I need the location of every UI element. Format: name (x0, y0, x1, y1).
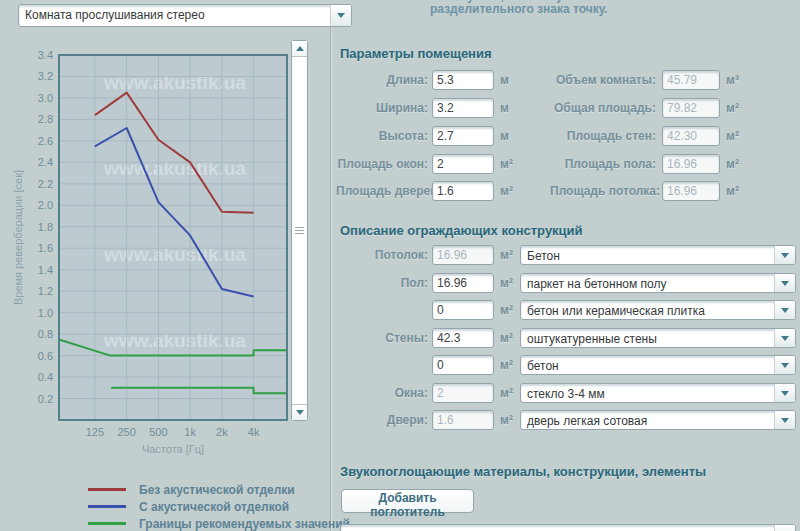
unit-label: м² (500, 154, 513, 174)
svg-text:2k: 2k (216, 426, 228, 438)
section-heading-constructions: Описание ограждающих конструкций (340, 223, 583, 238)
field-label: Площадь потолка: (550, 181, 656, 201)
doors-area-field (432, 410, 494, 430)
walls2-material-select[interactable]: бетон (520, 355, 796, 375)
material-value: стекло 3-4 мм (521, 384, 774, 402)
legend-item: С акустической отделкой (88, 498, 350, 515)
svg-text:2.2: 2.2 (38, 178, 53, 190)
svg-text:4k: 4k (248, 426, 260, 438)
unit-label: м² (500, 355, 513, 375)
construction-row: Окна: м² стекло 3-4 мм (336, 383, 796, 403)
chevron-down-icon (781, 363, 789, 368)
room-preset-select[interactable]: Комната прослушивания стерео (18, 4, 352, 27)
field-label: Стены: (336, 328, 428, 348)
field-label: Объем комнаты: (550, 70, 656, 90)
walls2-area-field[interactable] (432, 355, 494, 375)
ceiling-area-output (662, 181, 720, 201)
total-area-output (662, 98, 720, 118)
floor2-material-select[interactable]: бетон или керамическая плитка (520, 300, 796, 320)
scroll-down-button[interactable] (292, 404, 307, 420)
svg-text:www.akustik.ua: www.akustik.ua (103, 72, 246, 93)
legend-swatch (88, 505, 126, 508)
unit-label: м² (500, 410, 513, 430)
dropdown-button[interactable] (774, 384, 795, 402)
field-label: Окна: (336, 383, 428, 403)
field-label: Потолок: (336, 245, 428, 265)
field-label: Высота: (336, 126, 428, 146)
reverb-chart: www.akustik.uawww.akustik.uawww.akustik.… (8, 42, 310, 470)
unit-label: м² (726, 181, 739, 201)
construction-row: Потолок: м² Бетон (336, 245, 796, 265)
dropdown-button[interactable] (774, 246, 795, 264)
width-input[interactable] (432, 98, 494, 118)
scroll-up-button[interactable] (292, 41, 307, 57)
windows-material-select[interactable]: стекло 3-4 мм (520, 383, 796, 403)
field-label: Общая площадь: (550, 98, 656, 118)
field-label: Площадь пола: (550, 154, 656, 174)
windows-area-input[interactable] (432, 154, 494, 174)
legend-label: Границы рекомендуемых значений (139, 517, 350, 531)
section-heading-absorbers: Звукопоглощающие материалы, конструкции,… (340, 464, 706, 479)
unit-label: м² (500, 245, 513, 265)
thumb-grip-icon (295, 227, 304, 235)
dropdown-button[interactable] (774, 329, 795, 347)
height-input[interactable] (432, 126, 494, 146)
dropdown-button[interactable] (774, 274, 795, 292)
unit-label: м³ (726, 70, 739, 90)
material-value: паркет на бетонном полу (521, 274, 774, 292)
field-label: Длина: (336, 70, 428, 90)
svg-text:2.8: 2.8 (38, 113, 53, 125)
svg-text:250: 250 (117, 426, 135, 438)
ceiling-material-select[interactable]: Бетон (520, 245, 796, 265)
unit-label: м² (726, 98, 739, 118)
unit-label: м (500, 98, 509, 118)
absorber-value (341, 525, 774, 531)
ceiling-area-field (432, 245, 494, 265)
decimal-separator-note: пожалуйста, используйте в качестве разде… (430, 0, 760, 16)
chart-legend: Без акустической отделки С акустической … (88, 481, 350, 531)
param-row: Площадь окон: м² Площадь пола: м² (336, 154, 796, 174)
param-row: Ширина: м Общая площадь: м² (336, 98, 796, 118)
unit-label: м² (500, 273, 513, 293)
absorber-select-clipped[interactable] (340, 524, 796, 531)
chevron-down-icon (781, 418, 789, 423)
doors-area-input[interactable] (432, 181, 494, 201)
floor2-area-field[interactable] (432, 300, 494, 320)
room-volume-output (662, 70, 720, 90)
dropdown-button[interactable] (774, 301, 795, 319)
construction-row: м² бетон или керамическая плитка (336, 300, 796, 320)
walls-area-field[interactable] (432, 328, 494, 348)
room-preset-value: Комната прослушивания стерео (19, 5, 330, 26)
dropdown-button[interactable] (774, 411, 795, 429)
svg-text:1.6: 1.6 (38, 242, 53, 254)
svg-text:3.0: 3.0 (38, 92, 53, 104)
svg-text:2.4: 2.4 (38, 156, 53, 168)
floor-material-select[interactable]: паркет на бетонном полу (520, 273, 796, 293)
svg-text:0.4: 0.4 (38, 371, 53, 383)
svg-text:2.0: 2.0 (38, 199, 53, 211)
walls-material-select[interactable]: оштукатуренные стены (520, 328, 796, 348)
material-value: Бетон (521, 246, 774, 264)
add-absorber-button[interactable]: Добавить поглотитель (341, 489, 474, 513)
svg-text:0.8: 0.8 (38, 328, 53, 340)
svg-text:Частота [Гц]: Частота [Гц] (142, 443, 204, 455)
room-preset-dropdown-button[interactable] (330, 5, 351, 26)
windows-area-field (432, 383, 494, 403)
floor-area-output (662, 154, 720, 174)
unit-label: м² (500, 383, 513, 403)
chevron-down-icon (781, 336, 789, 341)
doors-material-select[interactable]: дверь легкая сотовая (520, 410, 796, 430)
svg-text:2.6: 2.6 (38, 135, 53, 147)
field-label: Двери: (336, 410, 428, 430)
chevron-down-icon (781, 308, 789, 313)
floor-area-field[interactable] (432, 273, 494, 293)
length-input[interactable] (432, 70, 494, 90)
svg-text:www.akustik.ua: www.akustik.ua (103, 244, 246, 265)
dropdown-button[interactable] (774, 356, 795, 374)
dropdown-button[interactable] (774, 525, 795, 531)
note-line: разделительного знака точку. (430, 3, 760, 16)
chart-scrollbar[interactable] (291, 40, 308, 421)
scrollbar-thumb[interactable] (292, 57, 307, 404)
arrow-down-icon (296, 410, 304, 415)
field-label: Площадь стен: (550, 126, 656, 146)
